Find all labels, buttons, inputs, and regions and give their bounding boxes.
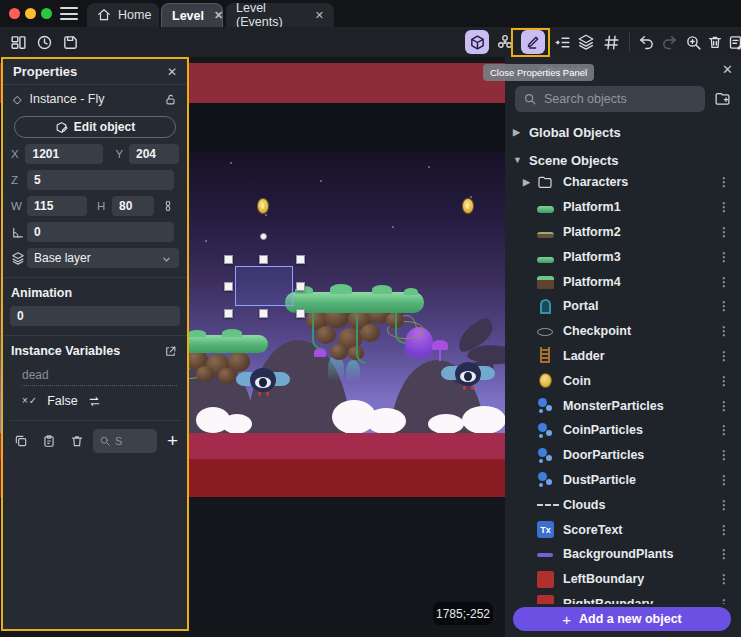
kebab-menu-icon[interactable]: ⋮: [718, 597, 730, 604]
kebab-menu-icon[interactable]: ⋮: [718, 547, 730, 561]
object-item[interactable]: Portal⋮: [505, 294, 741, 319]
swap-value-icon[interactable]: [87, 393, 102, 407]
tab-level-events[interactable]: Level (Events) ✕: [226, 3, 334, 27]
copy-icon[interactable]: [9, 430, 33, 452]
kebab-menu-icon[interactable]: ⋮: [718, 275, 730, 289]
fly-object[interactable]: [441, 362, 495, 390]
kebab-menu-icon[interactable]: ⋮: [718, 225, 730, 239]
objects-search-field[interactable]: [544, 92, 705, 106]
object-item[interactable]: BackgroundPlants⋮: [505, 542, 741, 567]
open-variables-editor-icon[interactable]: [164, 344, 177, 358]
object-item[interactable]: Platform3⋮: [505, 244, 741, 269]
y-field[interactable]: [129, 144, 179, 164]
kebab-menu-icon[interactable]: ⋮: [718, 324, 730, 338]
history-icon[interactable]: [32, 30, 56, 54]
object-item[interactable]: DoorParticles⋮: [505, 443, 741, 468]
object-item[interactable]: RightBoundary⋮: [505, 592, 741, 604]
kebab-menu-icon[interactable]: ⋮: [718, 200, 730, 214]
object-item[interactable]: Platform2⋮: [505, 220, 741, 245]
kebab-menu-icon[interactable]: ⋮: [718, 374, 730, 388]
selection-rectangle[interactable]: [235, 266, 293, 306]
zoom-in-icon[interactable]: [681, 30, 705, 54]
add-folder-icon[interactable]: [714, 89, 731, 107]
x-field[interactable]: [25, 144, 103, 164]
edit-object-button[interactable]: Edit object: [14, 116, 176, 138]
undo-icon[interactable]: [634, 30, 658, 54]
edit-properties-icon[interactable]: [521, 30, 545, 54]
object-item[interactable]: CoinParticles⋮: [505, 418, 741, 443]
coin-object[interactable]: [257, 198, 269, 214]
close-tab-icon[interactable]: ✕: [315, 9, 324, 22]
kebab-menu-icon[interactable]: ⋮: [718, 498, 730, 512]
fly-object-selected[interactable]: [236, 368, 290, 396]
variable-name[interactable]: dead: [22, 368, 177, 386]
add-variable-icon[interactable]: +: [167, 430, 178, 452]
resize-handle[interactable]: [259, 309, 268, 318]
minimize-window-icon[interactable]: [25, 8, 36, 19]
object-item[interactable]: Platform1⋮: [505, 195, 741, 220]
kebab-menu-icon[interactable]: ⋮: [718, 299, 730, 313]
unlock-icon[interactable]: [164, 92, 177, 106]
object-item[interactable]: Coin⋮: [505, 368, 741, 393]
tab-level[interactable]: Level ✕: [161, 3, 223, 27]
kebab-menu-icon[interactable]: ⋮: [718, 448, 730, 462]
resize-handle[interactable]: [296, 255, 305, 264]
close-window-icon[interactable]: [9, 8, 20, 19]
object-item[interactable]: LeftBoundary⋮: [505, 567, 741, 592]
resize-handle[interactable]: [224, 282, 233, 291]
resize-handle[interactable]: [259, 255, 268, 264]
toggle-panels-icon[interactable]: [6, 30, 30, 54]
object-item[interactable]: Platform4⋮: [505, 269, 741, 294]
hamburger-menu-icon[interactable]: [60, 7, 78, 20]
group-global-objects[interactable]: ▶ Global Objects: [505, 120, 741, 144]
close-tab-icon[interactable]: ✕: [214, 9, 223, 22]
objects-search-input[interactable]: [515, 86, 705, 112]
object-item[interactable]: Checkpoint⋮: [505, 319, 741, 344]
close-properties-panel-icon[interactable]: ✕: [167, 65, 177, 79]
paste-icon[interactable]: [37, 430, 61, 452]
group-scene-objects[interactable]: ▼ Scene Objects: [505, 148, 741, 172]
add-new-object-button[interactable]: + Add a new object: [513, 607, 731, 631]
animation-field[interactable]: [10, 306, 180, 326]
maximize-window-icon[interactable]: [41, 8, 52, 19]
resize-handle[interactable]: [296, 282, 305, 291]
toggle-3d-view-icon[interactable]: [465, 30, 489, 54]
variables-search-input[interactable]: S: [93, 429, 157, 453]
kebab-menu-icon[interactable]: ⋮: [718, 572, 730, 586]
instances-list-icon[interactable]: [550, 30, 574, 54]
close-objects-panel-icon[interactable]: ✕: [722, 62, 733, 77]
coin-object[interactable]: [462, 198, 474, 214]
redo-icon[interactable]: [657, 30, 681, 54]
platform-object[interactable]: [285, 292, 424, 313]
layer-select[interactable]: Base layer: [27, 248, 179, 268]
resize-handle[interactable]: [224, 309, 233, 318]
save-icon[interactable]: [58, 30, 82, 54]
tab-home[interactable]: Home: [87, 3, 159, 27]
kebab-menu-icon[interactable]: ⋮: [718, 399, 730, 413]
kebab-menu-icon[interactable]: ⋮: [718, 349, 730, 363]
kebab-menu-icon[interactable]: ⋮: [718, 250, 730, 264]
grid-icon[interactable]: [599, 30, 623, 54]
scene-properties-icon[interactable]: [724, 30, 741, 54]
rotate-handle[interactable]: [260, 233, 267, 240]
object-item-characters[interactable]: ▶ Characters ⋮: [505, 170, 741, 195]
platform-object[interactable]: [178, 335, 268, 353]
kebab-menu-icon[interactable]: ⋮: [718, 523, 730, 537]
layers-icon[interactable]: [574, 30, 598, 54]
objects-groups-icon[interactable]: [493, 30, 517, 54]
angle-field[interactable]: [27, 222, 174, 242]
object-item[interactable]: DustParticle⋮: [505, 468, 741, 493]
resize-handle[interactable]: [224, 255, 233, 264]
width-field[interactable]: [27, 196, 87, 216]
lock-ratio-icon[interactable]: [162, 199, 174, 213]
trash-icon[interactable]: [65, 430, 89, 452]
resize-handle[interactable]: [296, 309, 305, 318]
object-item[interactable]: Ladder⋮: [505, 344, 741, 369]
kebab-menu-icon[interactable]: ⋮: [718, 175, 730, 189]
variable-value[interactable]: False: [47, 394, 78, 408]
object-item[interactable]: Clouds⋮: [505, 492, 741, 517]
object-item[interactable]: MonsterParticles⋮: [505, 393, 741, 418]
object-item[interactable]: ScoreText⋮: [505, 517, 741, 542]
kebab-menu-icon[interactable]: ⋮: [718, 423, 730, 437]
z-field[interactable]: [27, 170, 174, 190]
